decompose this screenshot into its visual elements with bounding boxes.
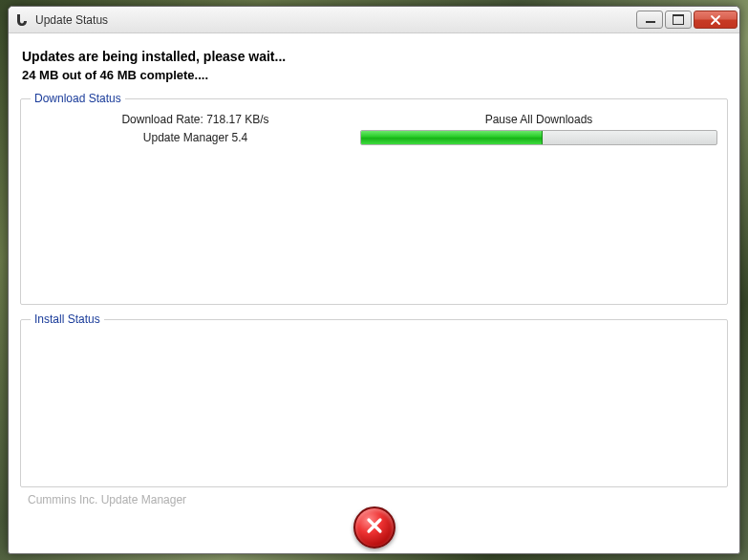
minimize-button[interactable]	[636, 11, 663, 29]
download-rate-label: Download Rate: 718.17 KB/s	[31, 113, 360, 126]
cancel-icon	[364, 515, 385, 540]
download-item-name: Update Manager 5.4	[31, 131, 360, 144]
maximize-button[interactable]	[665, 11, 692, 29]
install-status-group: Install Status	[20, 312, 728, 487]
footer-brand: Cummins Inc. Update Manager	[28, 493, 186, 506]
download-status-group: Download Status Download Rate: 718.17 KB…	[20, 92, 728, 305]
cancel-button[interactable]	[353, 506, 395, 549]
download-progress-fill	[361, 131, 543, 144]
client-area: Updates are being installed, please wait…	[9, 33, 739, 553]
app-icon	[14, 12, 30, 28]
window-controls	[634, 11, 737, 29]
download-progress-bar	[360, 130, 717, 145]
pause-all-downloads-link[interactable]: Pause All Downloads	[360, 113, 717, 126]
window-title: Update Status	[35, 13, 634, 27]
install-status-legend: Install Status	[31, 312, 104, 326]
download-status-legend: Download Status	[31, 92, 125, 105]
main-heading: Updates are being installed, please wait…	[22, 49, 726, 64]
progress-summary: 24 MB out of 46 MB complete....	[22, 68, 726, 82]
close-button[interactable]	[694, 11, 737, 29]
footer: Cummins Inc. Update Manager	[20, 491, 728, 543]
update-status-window: Update Status Updates are being installe…	[8, 6, 740, 554]
titlebar[interactable]: Update Status	[9, 7, 739, 33]
